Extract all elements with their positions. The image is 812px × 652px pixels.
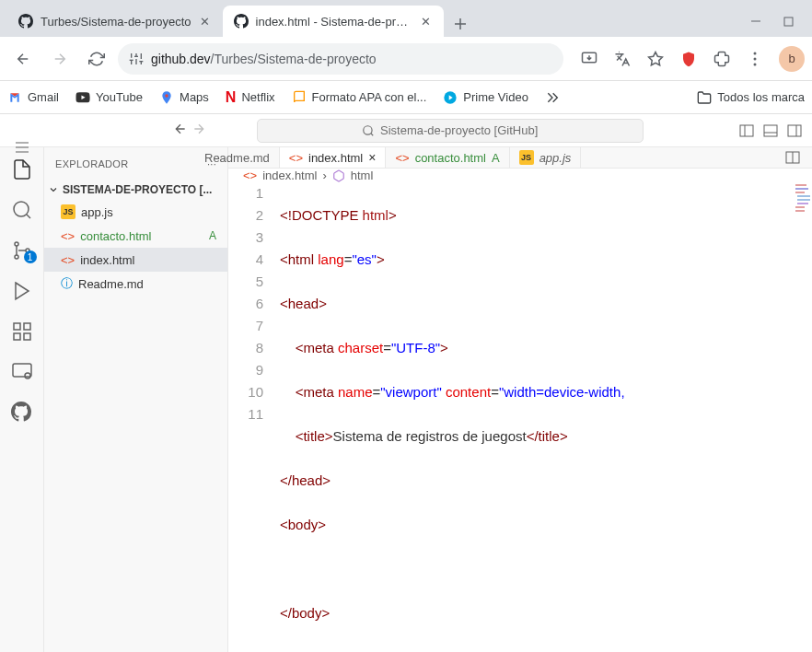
- svg-point-14: [165, 94, 168, 97]
- svg-rect-34: [797, 195, 810, 197]
- ublock-icon[interactable]: [679, 50, 698, 68]
- html-file-icon: <>: [289, 151, 303, 165]
- explorer-icon[interactable]: [11, 158, 33, 180]
- breadcrumbs[interactable]: <> index.html › html: [228, 169, 812, 182]
- run-debug-icon[interactable]: [11, 280, 33, 302]
- editor-tab-contacto[interactable]: <> contacto.html A: [386, 147, 509, 168]
- site-settings-icon[interactable]: [129, 52, 144, 66]
- menu-icon[interactable]: [746, 50, 764, 68]
- svg-rect-35: [797, 199, 810, 201]
- svg-rect-28: [13, 364, 31, 377]
- new-tab-button[interactable]: [447, 11, 473, 37]
- bookmark-maps[interactable]: Maps: [159, 90, 209, 105]
- bookmark-gmail[interactable]: Gmail: [7, 90, 59, 105]
- svg-rect-25: [24, 323, 30, 330]
- window-controls: [739, 16, 805, 37]
- close-icon[interactable]: ✕: [199, 15, 212, 28]
- command-center[interactable]: Sistema-de-proyecto [GitHub]: [257, 119, 644, 143]
- url-domain: github.dev/Turbes/Sistema-de-proyecto: [151, 52, 377, 66]
- svg-rect-0: [784, 17, 793, 26]
- browser-tab-title: Turbes/Sistema-de-proyecto: [41, 15, 191, 29]
- source-control-icon[interactable]: 1: [11, 239, 33, 262]
- bookmark-netflix[interactable]: NNetflix: [226, 89, 275, 106]
- editor-main: Readme.md <> index.html × <> contacto.ht…: [228, 147, 812, 652]
- browser-tabstrip: Turbes/Sistema-de-proyecto ✕ index.html …: [0, 0, 812, 37]
- editor-forward-button[interactable]: [191, 122, 206, 139]
- info-file-icon: ⓘ: [61, 275, 73, 292]
- bookmark-youtube[interactable]: YouTube: [75, 90, 143, 105]
- file-status: A: [209, 229, 216, 242]
- editor-tab-index[interactable]: <> index.html ×: [280, 147, 387, 168]
- bookmarks-bar: Gmail YouTube Maps NNetflix Formato APA …: [0, 81, 812, 114]
- back-button[interactable]: [7, 43, 39, 75]
- extensions-activity-icon[interactable]: [11, 320, 33, 343]
- svg-point-20: [14, 202, 29, 216]
- activity-bar: 1: [0, 147, 44, 652]
- panel-left-icon[interactable]: [737, 121, 757, 141]
- panel-bottom-icon[interactable]: [760, 121, 781, 141]
- html-file-icon: <>: [61, 253, 75, 267]
- bookmark-icon[interactable]: [646, 50, 665, 68]
- extensions-icon[interactable]: [713, 50, 731, 68]
- file-item-contacto[interactable]: <> contacto.html A: [44, 224, 227, 248]
- js-file-icon: JS: [519, 150, 534, 165]
- source-control-badge: 1: [24, 250, 37, 263]
- hamburger-menu[interactable]: [11, 140, 33, 155]
- cube-icon: [332, 169, 345, 182]
- browser-tab[interactable]: index.html - Sistema-de-proyec ✕: [223, 6, 444, 37]
- minimize-icon[interactable]: [750, 16, 761, 29]
- svg-rect-27: [24, 333, 30, 340]
- translate-icon[interactable]: [613, 50, 632, 68]
- bookmarks-folder[interactable]: Todos los marca: [697, 90, 805, 105]
- code-editor[interactable]: 1234567891011 <!DOCTYPE html> <html lang…: [228, 182, 812, 652]
- editor-topbar: Sistema-de-proyecto [GitHub]: [0, 114, 812, 147]
- sidebar-project-title[interactable]: SISTEMA-DE-PROYECTO [...: [44, 180, 227, 200]
- line-numbers: 1234567891011: [228, 182, 280, 652]
- svg-rect-17: [740, 125, 753, 136]
- svg-point-12: [754, 57, 757, 60]
- bookmark-prime-video[interactable]: Prime Video: [443, 90, 528, 105]
- editor-tabs: Readme.md <> index.html × <> contacto.ht…: [228, 147, 812, 169]
- remote-explorer-icon[interactable]: [11, 361, 33, 383]
- file-item-index[interactable]: <> index.html: [44, 248, 227, 272]
- svg-rect-33: [795, 192, 805, 193]
- install-app-icon[interactable]: [580, 50, 598, 68]
- maximize-icon[interactable]: [783, 16, 794, 29]
- url-bar[interactable]: github.dev/Turbes/Sistema-de-proyecto: [118, 43, 563, 75]
- editor-back-button[interactable]: [173, 122, 188, 139]
- search-icon: [362, 124, 375, 137]
- browser-tab-title: index.html - Sistema-de-proyec: [256, 15, 413, 29]
- panel-right-icon[interactable]: [784, 121, 805, 141]
- file-item-appjs[interactable]: JS app.js: [44, 200, 227, 224]
- svg-rect-37: [795, 206, 805, 208]
- split-editor-icon[interactable]: [783, 147, 803, 168]
- svg-point-16: [364, 125, 372, 134]
- html-file-icon: <>: [243, 169, 257, 182]
- forward-button[interactable]: [44, 43, 75, 75]
- browser-tab[interactable]: Turbes/Sistema-de-proyecto ✕: [7, 6, 223, 37]
- file-status: A: [492, 151, 500, 165]
- file-item-readme[interactable]: ⓘ Readme.md: [44, 272, 227, 296]
- reload-button[interactable]: [81, 43, 112, 75]
- html-file-icon: <>: [61, 229, 75, 243]
- profile-avatar[interactable]: b: [779, 46, 805, 72]
- js-file-icon: JS: [61, 204, 75, 219]
- github-icon: [18, 14, 33, 29]
- svg-point-13: [754, 63, 757, 65]
- bookmarks-overflow[interactable]: [545, 90, 560, 105]
- svg-rect-38: [795, 210, 805, 212]
- svg-rect-32: [795, 188, 808, 190]
- bookmark-formato-apa[interactable]: Formato APA con el...: [292, 90, 427, 105]
- chevron-down-icon: [48, 184, 59, 195]
- code-lines[interactable]: <!DOCTYPE html> <html lang="es"> <head> …: [280, 182, 812, 652]
- close-tab-icon[interactable]: ×: [368, 150, 376, 165]
- editor-tab-appjs[interactable]: JS app.js: [510, 147, 582, 168]
- search-activity-icon[interactable]: [11, 199, 33, 221]
- github-activity-icon[interactable]: [11, 402, 33, 424]
- html-file-icon: <>: [395, 151, 409, 165]
- svg-rect-36: [797, 203, 808, 204]
- close-icon[interactable]: ✕: [420, 15, 432, 28]
- editor-tab-readme[interactable]: Readme.md: [228, 147, 280, 168]
- minimap[interactable]: [794, 182, 812, 652]
- github-icon: [234, 14, 249, 29]
